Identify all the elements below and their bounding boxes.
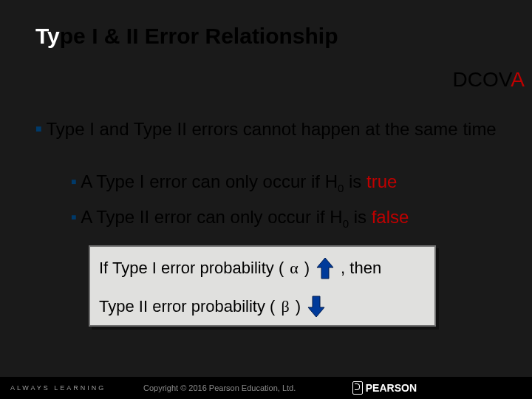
beta-symbol: β xyxy=(281,297,289,316)
always-learning-label: ALWAYS LEARNING xyxy=(10,384,106,392)
sub-b-post: is xyxy=(349,207,372,227)
chapter-slide-label: Chapter 9, Slide 15 xyxy=(444,383,526,394)
sub-a-word: true xyxy=(366,171,397,191)
pearson-text: PEARSON xyxy=(366,382,417,394)
line1-pre: If Type I error probability ( xyxy=(99,259,284,278)
line1-tail: , then xyxy=(341,259,381,278)
title-black: pe I & II Error Relationship xyxy=(60,24,338,48)
main-bullet-text: Type I and Type II errors cannot happen … xyxy=(46,119,496,139)
line1-post: ) xyxy=(304,259,310,278)
line2-pre: Type II error probability ( xyxy=(99,297,275,316)
slide: Type I & II Error Relationship DCOVA ■Ty… xyxy=(0,0,532,399)
main-bullet: ■Type I and Type II errors cannot happen… xyxy=(35,118,502,140)
pearson-logo: PEARSON xyxy=(352,381,417,395)
sub-b-pre: A Type II error can only occur if H xyxy=(81,207,342,227)
sub-b-subscript: 0 xyxy=(343,217,349,230)
box-line-2: Type II error probability (β) xyxy=(99,296,326,318)
sub-bullet-a: ■A Type I error can only occur if H0 is … xyxy=(71,171,510,194)
sub-a-pre: A Type I error can only occur if H xyxy=(81,171,338,191)
dcova-prefix: DCOV xyxy=(452,68,511,91)
alpha-symbol: α xyxy=(290,259,299,278)
bullet-square-icon: ■ xyxy=(71,212,76,222)
dcova-label: DCOVA xyxy=(452,68,525,92)
sub-a-post: is xyxy=(344,171,366,191)
sub-bullet-b: ■A Type II error can only occur if H0 is… xyxy=(71,207,510,230)
arrow-up-icon xyxy=(316,257,335,279)
slide-title: Type I & II Error Relationship xyxy=(35,24,338,49)
title-white: Ty xyxy=(35,24,60,48)
pearson-p-icon xyxy=(352,381,363,395)
bullet-square-icon: ■ xyxy=(71,177,76,187)
callout-box: If Type I error probability (α) , then T… xyxy=(89,245,436,327)
dcova-highlight: A xyxy=(511,68,525,91)
svg-marker-1 xyxy=(308,296,324,317)
box-line-1: If Type I error probability (α) , then xyxy=(99,257,381,279)
copyright-text: Copyright © 2016 Pearson Education, Ltd. xyxy=(143,383,296,392)
arrow-down-icon xyxy=(307,296,326,318)
bullet-square-icon: ■ xyxy=(35,123,41,134)
sub-b-word: false xyxy=(372,207,409,227)
line2-post: ) xyxy=(296,297,301,316)
svg-marker-0 xyxy=(317,258,333,279)
